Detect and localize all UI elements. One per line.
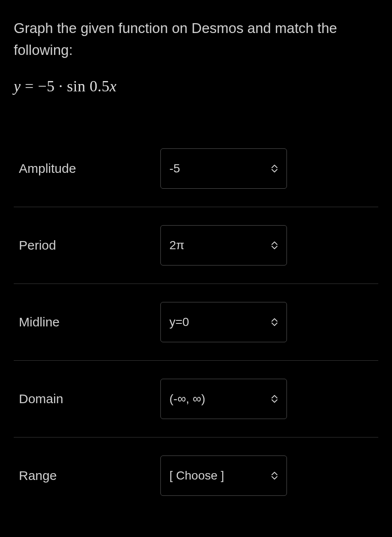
row-period: Period 2π <box>14 207 378 284</box>
row-range: Range [ Choose ] <box>14 437 378 514</box>
select-range[interactable]: [ Choose ] <box>160 456 287 496</box>
label-domain: Domain <box>19 392 160 406</box>
select-value-amplitude: -5 <box>169 162 180 175</box>
chevron-updown-icon <box>271 471 278 480</box>
chevron-updown-icon <box>271 241 278 250</box>
select-midline[interactable]: y=0 <box>160 302 287 342</box>
label-midline: Midline <box>19 315 160 329</box>
select-value-range: [ Choose ] <box>169 469 224 483</box>
instruction-text: Graph the given function on Desmos and m… <box>14 17 378 61</box>
chevron-updown-icon <box>271 395 278 403</box>
select-amplitude[interactable]: -5 <box>160 148 287 189</box>
select-period[interactable]: 2π <box>160 225 287 265</box>
equation: y = −5 · sin 0.5x <box>14 77 378 95</box>
chevron-updown-icon <box>271 164 278 173</box>
row-midline: Midline y=0 <box>14 284 378 361</box>
chevron-updown-icon <box>271 318 278 326</box>
label-amplitude: Amplitude <box>19 161 160 176</box>
select-value-midline: y=0 <box>169 315 189 329</box>
select-value-period: 2π <box>169 238 184 252</box>
select-value-domain: (-∞, ∞) <box>169 392 205 406</box>
label-period: Period <box>19 238 160 253</box>
row-amplitude: Amplitude -5 <box>14 130 378 207</box>
row-domain: Domain (-∞, ∞) <box>14 361 378 437</box>
select-domain[interactable]: (-∞, ∞) <box>160 379 287 419</box>
label-range: Range <box>19 468 160 483</box>
